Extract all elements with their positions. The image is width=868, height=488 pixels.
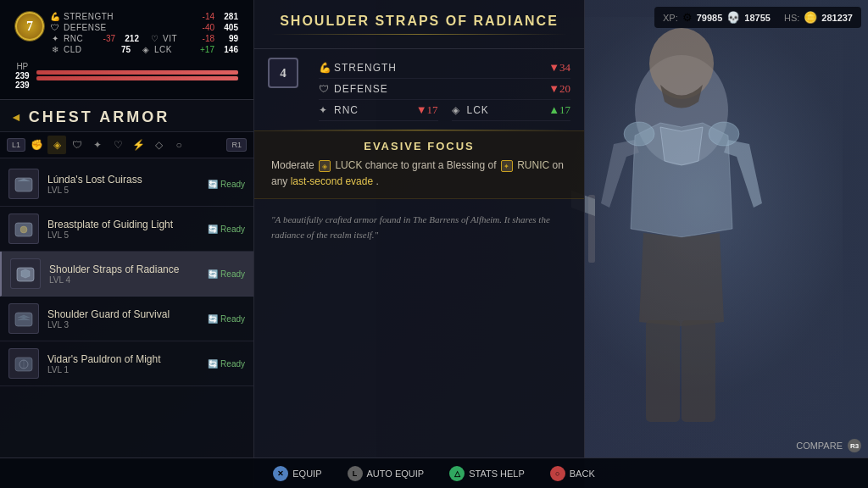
- tab-l1[interactable]: L1: [7, 138, 25, 152]
- svg-rect-2: [646, 320, 680, 422]
- compare-label: COMPARE: [796, 441, 843, 451]
- tab-lightning[interactable]: ⚡: [129, 136, 147, 154]
- compare-area[interactable]: COMPARE R3: [796, 439, 861, 452]
- r3-badge: R3: [848, 439, 861, 452]
- item-name-2: Shoulder Straps of Radiance: [49, 263, 199, 275]
- hp-bar-fill: [36, 70, 238, 75]
- tab-diamond[interactable]: ◇: [149, 136, 168, 154]
- list-item[interactable]: Shoulder Straps of Radiance LVL 4 🔄 Read…: [0, 252, 253, 297]
- xp-icon: ⚙: [682, 11, 693, 24]
- tab-heart[interactable]: ♡: [108, 136, 127, 154]
- item-status-2: 🔄 Ready: [208, 269, 245, 279]
- detail-stat-lck: ◈ LCK ▲17: [452, 100, 571, 121]
- ready-icon-1: 🔄: [208, 225, 218, 234]
- detail-stat-strength: 💪 STRENGTH ▼34: [319, 58, 570, 79]
- stats-help-action[interactable]: △ STATS HELP: [449, 466, 525, 481]
- svg-point-1: [649, 28, 714, 99]
- item-name-3: Shoulder Guard of Survival: [47, 308, 199, 320]
- item-name-1: Breastplate of Guiding Light: [47, 219, 199, 230]
- detail-lck-icon: ◈: [452, 104, 467, 117]
- hs-display: HS: 🪙 281237: [784, 11, 853, 24]
- back-action[interactable]: ○ BACK: [550, 466, 595, 481]
- tab-sword[interactable]: 🛡: [68, 136, 86, 154]
- tab-icons-row: L1 ✊ ◈ 🛡 ✦ ♡ ⚡ ◇ ○ R1: [0, 131, 253, 158]
- item-level-1: LVL 5: [47, 230, 199, 240]
- item-info-2: Shoulder Straps of Radiance LVL 4: [49, 263, 199, 285]
- item-status-4: 🔄 Ready: [208, 359, 245, 369]
- items-list: Lúnda's Lost Cuirass LVL 5 🔄 Ready Breas…: [0, 158, 253, 390]
- ready-icon-3: 🔄: [208, 314, 218, 324]
- perk-title: EVASIVE FOCUS: [271, 140, 567, 152]
- svg-rect-3: [682, 320, 715, 422]
- list-item[interactable]: Breastplate of Guiding Light LVL 5 🔄 Rea…: [0, 207, 253, 252]
- item-icon-0: [8, 169, 39, 199]
- xp-display: XP: ⚙ 79985 💀 18755: [663, 11, 771, 24]
- tab-star[interactable]: ✦: [88, 136, 107, 154]
- auto-equip-action[interactable]: L AUTO EQUIP: [348, 466, 425, 481]
- perk-section: EVASIVE FOCUS Moderate ◈ LUCK chance to …: [254, 130, 584, 199]
- item-icon-4: [8, 348, 39, 379]
- tab-shield[interactable]: ◈: [47, 136, 66, 154]
- l-button: L: [348, 466, 363, 481]
- item-level-2: LVL 4: [49, 275, 199, 285]
- item-level-0: LVL 5: [47, 186, 199, 195]
- item-level-4: LVL 1: [47, 365, 199, 374]
- section-header: ◄ CHEST ARMOR: [0, 100, 253, 131]
- defense-icon: 🛡: [49, 23, 61, 32]
- strength-icon: 💪: [49, 12, 61, 21]
- ready-icon-4: 🔄: [208, 359, 218, 369]
- item-info-1: Breastplate of Guiding Light LVL 5: [47, 219, 199, 240]
- circle-button: ○: [550, 466, 565, 481]
- item-name-4: Vidar's Pauldron of Might: [47, 353, 199, 365]
- ready-icon-0: 🔄: [208, 180, 218, 189]
- list-item[interactable]: Vidar's Pauldron of Might LVL 1 🔄 Ready: [0, 341, 253, 386]
- detail-stats-row2: ✦ RNC ▼17 ◈ LCK ▲17: [319, 100, 570, 121]
- vit-icon: ♡: [148, 34, 160, 43]
- runic-icon-inline: ✦: [501, 160, 513, 172]
- detail-divider: [271, 34, 567, 35]
- top-right-bar: XP: ⚙ 79985 💀 18755 HS: 🪙 281237: [654, 7, 861, 28]
- cld-stat: ❄ CLD 75 ◈ LCK +17 146: [49, 45, 238, 54]
- lore-text: "A beautifully crafted armor found in Th…: [254, 206, 584, 249]
- nav-arrow-left[interactable]: ◄: [10, 111, 22, 125]
- tab-r1[interactable]: R1: [226, 138, 247, 152]
- list-item[interactable]: Shoulder Guard of Survival LVL 3 🔄 Ready: [0, 297, 253, 341]
- hp-max: 239: [15, 80, 30, 90]
- detail-strength-icon: 💪: [319, 62, 334, 75]
- bottom-action-bar: ✕ EQUIP L AUTO EQUIP △ STATS HELP ○ BACK: [0, 458, 868, 488]
- item-status-0: 🔄 Ready: [208, 180, 245, 189]
- strength-stat: 💪 STRENGTH -14 281: [49, 12, 238, 21]
- stats-col-left: 💪 STRENGTH -14 281 🛡 DEFENSE -40 405 ✦ R…: [49, 12, 238, 54]
- left-panel: 7 💪 STRENGTH -14 281 🛡 DEFENSE -40 405 ✦: [0, 0, 254, 488]
- item-icon-1: [8, 214, 39, 244]
- hp-current: 239: [15, 71, 30, 80]
- player-level-badge: 7: [15, 12, 44, 41]
- detail-title: SHOULDER STRAPS OF RADIANCE: [271, 14, 567, 29]
- detail-defense-icon: 🛡: [319, 83, 334, 96]
- ready-icon-2: 🔄: [208, 269, 218, 279]
- chest-armor-title: CHEST ARMOR: [29, 108, 170, 126]
- item-status-3: 🔄 Ready: [208, 314, 245, 324]
- detail-header: SHOULDER STRAPS OF RADIANCE: [254, 0, 584, 49]
- item-icon-2: [10, 258, 41, 289]
- item-info-0: Lúnda's Lost Cuirass LVL 5: [47, 174, 199, 195]
- hp-section: HP 239 239: [8, 59, 245, 92]
- item-icon-3: [8, 303, 39, 334]
- svg-point-9: [20, 226, 27, 233]
- equip-action[interactable]: ✕ EQUIP: [273, 466, 321, 481]
- list-item[interactable]: Lúnda's Lost Cuirass LVL 5 🔄 Ready: [0, 162, 253, 207]
- detail-stats-section: 4 💪 STRENGTH ▼34 🛡 DEFENSE ▼20 ✦ RNC ▼17…: [254, 49, 584, 130]
- hp-label: HP: [16, 62, 28, 71]
- item-status-1: 🔄 Ready: [208, 225, 245, 234]
- hp-bar: [36, 70, 238, 75]
- hp-bar-fill-2: [36, 76, 238, 80]
- detail-stat-defense: 🛡 DEFENSE ▼20: [319, 79, 570, 100]
- detail-stats-grid: 💪 STRENGTH ▼34 🛡 DEFENSE ▼20 ✦ RNC ▼17 ◈…: [319, 58, 570, 121]
- luck-icon-inline: ◈: [319, 160, 331, 172]
- hs-icon: 🪙: [804, 11, 817, 24]
- item-info-3: Shoulder Guard of Survival LVL 3: [47, 308, 199, 330]
- tab-fist[interactable]: ✊: [27, 136, 46, 154]
- tab-circle[interactable]: ○: [170, 136, 188, 154]
- stats-bar: 7 💪 STRENGTH -14 281 🛡 DEFENSE -40 405 ✦: [0, 0, 253, 100]
- skull-icon: 💀: [726, 11, 740, 24]
